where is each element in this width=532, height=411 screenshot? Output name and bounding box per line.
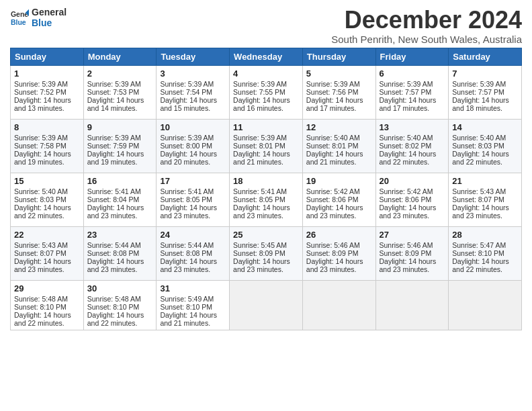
- day-number: 29: [14, 283, 80, 293]
- daylight-hours: 14 hours: [44, 311, 71, 319]
- sunset-time: 8:01 PM: [259, 142, 285, 150]
- sunset-label: Sunset:: [14, 195, 40, 203]
- sunset-label: Sunset:: [14, 303, 40, 311]
- logo-line1: General: [32, 7, 66, 17]
- daylight-hours: 14 hours: [336, 203, 363, 212]
- daylight-hours: 14 hours: [116, 257, 144, 265]
- day-number: 13: [380, 122, 445, 132]
- daylight-minutes: and 23 minutes.: [87, 265, 138, 273]
- daylight-label: Daylight:: [14, 96, 44, 104]
- sunrise-time: 5:41 AM: [261, 187, 287, 195]
- daylight-minutes: and 20 minutes.: [160, 158, 210, 166]
- sunrise-label: Sunrise:: [160, 134, 187, 142]
- sunset-label: Sunset:: [233, 195, 259, 203]
- sunset-time: 8:07 PM: [478, 195, 504, 203]
- table-row: 11 Sunrise: 5:39 AM Sunset: 8:01 PM Dayl…: [230, 119, 303, 173]
- daylight-hours: 14 hours: [336, 150, 363, 158]
- daylight-label: Daylight:: [452, 150, 482, 158]
- daylight-hours: 14 hours: [336, 96, 363, 104]
- sunset-time: 7:55 PM: [259, 88, 285, 96]
- sunrise-time: 5:39 AM: [115, 80, 141, 88]
- sunset-time: 8:10 PM: [186, 303, 212, 311]
- sunrise-time: 5:48 AM: [115, 295, 141, 303]
- daylight-minutes: and 23 minutes.: [380, 265, 430, 273]
- daylight-hours: 14 hours: [263, 150, 290, 158]
- daylight-hours: 14 hours: [189, 96, 217, 104]
- daylight-hours: 14 hours: [116, 203, 144, 212]
- sunset-label: Sunset:: [380, 249, 406, 257]
- daylight-label: Daylight:: [380, 96, 409, 104]
- sunrise-label: Sunrise:: [14, 241, 42, 249]
- daylight-label: Daylight:: [14, 150, 44, 158]
- sunrise-time: 5:42 AM: [334, 187, 360, 195]
- day-number: 19: [306, 176, 372, 186]
- day-number: 1: [14, 68, 80, 79]
- sunset-time: 7:57 PM: [405, 88, 431, 96]
- sunrise-time: 5:40 AM: [407, 134, 433, 142]
- daylight-minutes: and 13 minutes.: [14, 104, 64, 112]
- sunrise-label: Sunrise:: [452, 80, 480, 88]
- daylight-label: Daylight:: [306, 203, 336, 212]
- day-number: 5: [306, 68, 372, 79]
- daylight-minutes: and 19 minutes.: [14, 158, 64, 166]
- header: General Blue General Blue December 2024 …: [10, 7, 522, 45]
- sunset-label: Sunset:: [233, 142, 259, 150]
- table-row: 17 Sunrise: 5:41 AM Sunset: 8:05 PM Dayl…: [157, 173, 230, 226]
- sunset-time: 7:52 PM: [40, 88, 66, 96]
- daylight-label: Daylight:: [233, 257, 263, 265]
- day-number: 15: [14, 176, 80, 186]
- sunrise-time: 5:49 AM: [188, 295, 214, 303]
- sunrise-label: Sunrise:: [306, 241, 334, 249]
- daylight-hours: 14 hours: [263, 257, 290, 265]
- daylight-minutes: and 16 minutes.: [233, 104, 283, 112]
- day-number: 24: [160, 230, 226, 240]
- header-thursday: Thursday: [302, 48, 375, 65]
- sunset-time: 7:59 PM: [113, 142, 139, 150]
- day-number: 4: [233, 68, 299, 79]
- daylight-label: Daylight:: [380, 150, 409, 158]
- table-row: 21 Sunrise: 5:43 AM Sunset: 8:07 PM Dayl…: [449, 173, 522, 226]
- daylight-minutes: and 23 minutes.: [306, 265, 357, 273]
- daylight-label: Daylight:: [14, 311, 44, 319]
- daylight-label: Daylight:: [87, 257, 117, 265]
- sunrise-time: 5:39 AM: [188, 134, 214, 142]
- sunrise-label: Sunrise:: [14, 134, 42, 142]
- table-row: 10 Sunrise: 5:39 AM Sunset: 8:00 PM Dayl…: [157, 119, 230, 173]
- sunset-label: Sunset:: [380, 195, 406, 203]
- sunset-time: 8:00 PM: [186, 142, 212, 150]
- daylight-minutes: and 22 minutes.: [14, 319, 64, 327]
- sunrise-label: Sunrise:: [160, 241, 187, 249]
- daylight-label: Daylight:: [87, 203, 117, 212]
- sunset-label: Sunset:: [380, 88, 406, 96]
- sunset-label: Sunset:: [306, 195, 332, 203]
- table-row: 26 Sunrise: 5:46 AM Sunset: 8:09 PM Dayl…: [302, 226, 375, 280]
- header-sunday: Sunday: [11, 48, 84, 65]
- sunrise-time: 5:39 AM: [334, 80, 360, 88]
- daylight-label: Daylight:: [14, 203, 44, 212]
- daylight-hours: 14 hours: [116, 96, 144, 104]
- daylight-hours: 14 hours: [482, 203, 509, 212]
- daylight-label: Daylight:: [306, 96, 336, 104]
- table-row: [230, 280, 303, 330]
- sunset-label: Sunset:: [160, 303, 186, 311]
- daylight-hours: 14 hours: [263, 96, 290, 104]
- day-number: 22: [14, 230, 80, 240]
- day-number: 27: [380, 230, 445, 240]
- day-number: 7: [452, 68, 518, 79]
- sunset-time: 7:53 PM: [113, 88, 139, 96]
- sunset-label: Sunset:: [306, 88, 332, 96]
- sunrise-label: Sunrise:: [233, 241, 261, 249]
- daylight-minutes: and 14 minutes.: [87, 104, 138, 112]
- sunrise-label: Sunrise:: [452, 241, 480, 249]
- daylight-hours: 14 hours: [482, 150, 509, 158]
- daylight-label: Daylight:: [452, 203, 482, 212]
- day-number: 6: [380, 68, 445, 79]
- table-row: 28 Sunrise: 5:47 AM Sunset: 8:10 PM Dayl…: [449, 226, 522, 280]
- sunset-label: Sunset:: [306, 249, 332, 257]
- sunrise-time: 5:40 AM: [334, 134, 360, 142]
- sunset-time: 8:09 PM: [405, 249, 431, 257]
- daylight-minutes: and 21 minutes.: [306, 158, 357, 166]
- sunrise-time: 5:46 AM: [407, 241, 433, 249]
- table-row: 24 Sunrise: 5:44 AM Sunset: 8:08 PM Dayl…: [157, 226, 230, 280]
- day-number: 25: [233, 230, 299, 240]
